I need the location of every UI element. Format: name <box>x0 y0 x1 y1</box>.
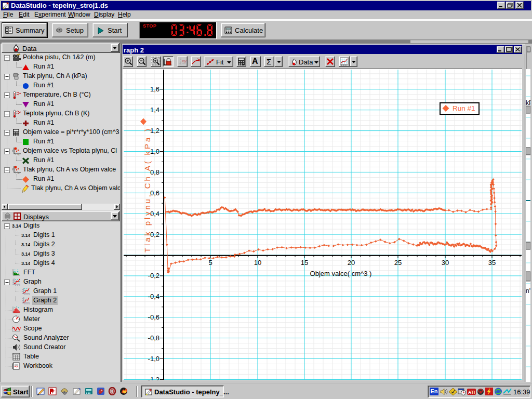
svg-text:25: 25 <box>394 259 402 267</box>
svg-text:Run #1: Run #1 <box>453 104 475 112</box>
svg-text:ATI: ATI <box>468 390 475 395</box>
svg-text:-1,0: -1,0 <box>148 355 159 363</box>
svg-text:30: 30 <box>442 259 449 267</box>
svg-text:10: 10 <box>254 259 261 267</box>
svg-text:35: 35 <box>488 259 496 267</box>
svg-text:3.14: 3.14 <box>21 233 30 238</box>
svg-text:Objem valce( cm^3 ): Objem valce( cm^3 ) <box>310 270 372 277</box>
svg-text:3.14: 3.14 <box>12 223 21 229</box>
svg-text:xy: xy <box>181 59 187 63</box>
svg-text:15: 15 <box>301 259 308 267</box>
svg-text:20: 20 <box>348 259 355 267</box>
svg-text:-0,8: -0,8 <box>148 334 159 342</box>
svg-text:1,6: 1,6 <box>150 85 159 93</box>
svg-text:-0,6: -0,6 <box>148 313 159 321</box>
svg-text:5: 5 <box>208 259 212 267</box>
svg-text:3.14: 3.14 <box>21 242 30 247</box>
svg-text:3.14: 3.14 <box>21 261 30 266</box>
svg-text:kP: kP <box>526 99 530 107</box>
svg-text:-0,4: -0,4 <box>148 292 159 300</box>
svg-text:1,4: 1,4 <box>150 106 159 114</box>
svg-text:-1,2: -1,2 <box>148 376 159 380</box>
svg-text:3.14: 3.14 <box>21 251 30 257</box>
svg-text:n': n' <box>526 287 530 295</box>
svg-text:-0,2: -0,2 <box>148 272 159 280</box>
